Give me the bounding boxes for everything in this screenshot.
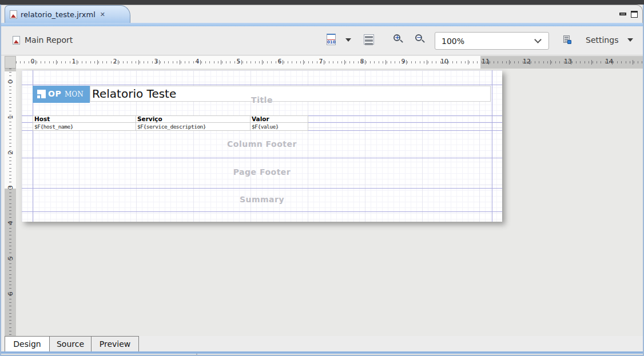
v-ruler-number: 1	[7, 115, 14, 119]
band-label-title: Title	[22, 95, 502, 105]
design-canvas[interactable]: OP MON Relatorio Teste Title Column Foot…	[16, 69, 643, 337]
tab-design[interactable]: Design	[5, 336, 50, 352]
settings-edit-glyph	[567, 40, 571, 44]
field-value[interactable]: $F{value}	[250, 122, 308, 131]
editor-tab-bar: relatorio_teste.jrxml ✕	[1, 5, 643, 23]
h-ruler-number: 9	[401, 58, 406, 65]
v-ruler-number: 5	[7, 257, 14, 261]
zoom-out-icon[interactable]: −	[415, 34, 425, 44]
tab-preview[interactable]: Preview	[91, 336, 139, 352]
h-ruler-number: 7	[319, 58, 323, 65]
zoom-in-icon[interactable]: +	[393, 34, 403, 44]
window-border-left	[0, 5, 1, 356]
band-line-title-top	[22, 85, 502, 85]
ruler-corner-block	[5, 56, 16, 69]
report-settings-icon[interactable]	[563, 35, 571, 44]
v-ruler-number: 2	[7, 150, 14, 154]
report-bands-icon[interactable]	[364, 34, 374, 45]
bottom-highlight-strip	[1, 351, 643, 354]
h-ruler-number: 0	[31, 58, 35, 65]
h-ruler-number: 14	[605, 58, 613, 65]
v-ruler-number: 3	[7, 186, 14, 190]
dataset-query-icon[interactable]	[327, 34, 336, 45]
zoom-level-combobox[interactable]: 100%	[435, 32, 549, 50]
zoom-out-handle	[422, 39, 425, 43]
horizontal-ruler: 01234567891011121314	[16, 56, 643, 69]
v-ruler-number: 0	[7, 80, 14, 84]
zoom-level-value: 100%	[435, 37, 535, 46]
h-ruler-number: 12	[523, 58, 531, 65]
h-ruler-number: 8	[360, 58, 364, 65]
window-top-edge	[0, 0, 644, 5]
field-host-name[interactable]: $F{host_name}	[33, 122, 136, 131]
h-ruler-number: 6	[278, 58, 282, 65]
maximize-icon[interactable]	[630, 10, 639, 18]
editor-mode-tab-bar: Design Source Preview	[1, 336, 643, 352]
minimize-icon[interactable]	[619, 10, 628, 18]
close-tab-icon[interactable]: ✕	[100, 11, 105, 18]
zoom-in-handle	[400, 39, 403, 43]
dataset-dropdown-arrow-icon[interactable]	[345, 38, 351, 42]
field-service-description[interactable]: $F{service_description}	[136, 122, 251, 131]
band-line-pagefooter-bottom	[22, 188, 502, 189]
minimize-glyph	[619, 13, 626, 15]
h-ruler-number: 3	[154, 58, 158, 65]
band-line-summary-bottom	[22, 211, 502, 212]
h-ruler-number: 2	[113, 58, 117, 65]
settings-menu[interactable]: Settings	[586, 35, 633, 45]
vertical-ruler: 0123456	[5, 69, 16, 337]
h-ruler-number: 1	[72, 58, 76, 65]
v-ruler-number: 4	[7, 221, 14, 225]
h-ruler-number: 11	[482, 58, 490, 65]
settings-dropdown-arrow-icon	[627, 38, 633, 42]
report-file-icon	[13, 36, 20, 45]
h-ruler-number: 10	[440, 58, 448, 65]
editor-tab-title: relatorio_teste.jrxml	[21, 10, 96, 19]
band-line-columnfooter-bottom	[22, 158, 502, 158]
v-ruler-number: 6	[7, 291, 14, 295]
main-report-selector[interactable]: Main Report	[13, 35, 73, 45]
editor-tab-relatorio-teste[interactable]: relatorio_teste.jrxml ✕	[5, 5, 130, 23]
horizontal-ruler-major-ticks	[35, 60, 643, 65]
report-page[interactable]: OP MON Relatorio Teste Title Column Foot…	[22, 70, 502, 222]
jrxml-file-icon	[10, 10, 17, 19]
maximize-glyph	[631, 11, 638, 18]
band-label-summary: Summary	[22, 195, 502, 204]
main-report-label: Main Report	[25, 35, 73, 45]
h-ruler-number: 4	[196, 58, 200, 65]
band-label-column-footer: Column Footer	[22, 139, 502, 149]
jaspersoft-designer-window: relatorio_teste.jrxml ✕ Main Report + − …	[0, 0, 644, 356]
vertical-ruler-minor-ticks	[9, 69, 11, 337]
settings-label: Settings	[586, 35, 618, 45]
h-ruler-number: 5	[237, 58, 241, 65]
h-ruler-number: 13	[564, 58, 572, 65]
tab-source[interactable]: Source	[49, 336, 92, 352]
designer-toolbar: Main Report + − 100% Settings	[1, 26, 643, 55]
chevron-down-icon	[534, 36, 542, 43]
band-label-page-footer: Page Footer	[22, 167, 502, 177]
